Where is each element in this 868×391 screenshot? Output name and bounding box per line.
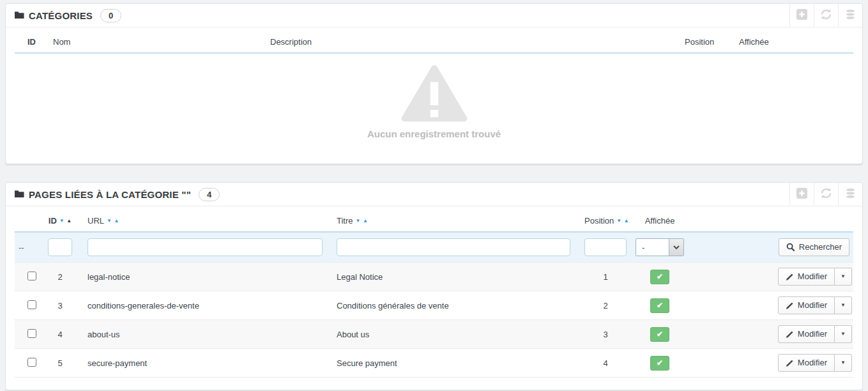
caret-down-icon: ▼ bbox=[841, 358, 846, 368]
refresh-button[interactable] bbox=[814, 183, 838, 206]
edit-button[interactable]: Modifier bbox=[778, 354, 835, 372]
check-icon: ✔ bbox=[657, 302, 663, 309]
filter-position-input[interactable] bbox=[584, 238, 627, 256]
categories-panel-heading: CATÉGORIES 0 bbox=[6, 4, 862, 27]
col-header-url-label[interactable]: URL bbox=[88, 216, 104, 226]
edit-button-label: Modifier bbox=[798, 272, 827, 282]
filter-displayed-select[interactable]: - bbox=[636, 238, 684, 256]
categories-table: ID Nom Description Position Affichée bbox=[15, 27, 853, 54]
col-header-position: Position bbox=[681, 27, 735, 53]
sort-desc-icon[interactable]: ▼ bbox=[59, 218, 65, 224]
sort-asc-icon[interactable]: ▲ bbox=[624, 218, 629, 224]
edit-button[interactable]: Modifier bbox=[778, 325, 835, 343]
col-header-actions bbox=[689, 206, 853, 232]
export-sql-button[interactable] bbox=[838, 183, 862, 206]
sort-asc-icon[interactable]: ▲ bbox=[114, 218, 119, 224]
row-actions-dropdown-button[interactable]: ▼ bbox=[835, 296, 852, 314]
empty-state: Aucun enregistrement trouvé bbox=[15, 54, 853, 139]
col-header-position-label[interactable]: Position bbox=[584, 216, 614, 226]
filter-title-input[interactable] bbox=[337, 238, 570, 256]
table-row: 5 secure-payment Secure payment 4 ✔ Modi… bbox=[15, 349, 853, 378]
edit-button[interactable]: Modifier bbox=[778, 296, 835, 314]
categories-table-wrap: ID Nom Description Position Affichée bbox=[6, 27, 862, 139]
cell-id: 5 bbox=[36, 349, 84, 378]
pages-table: ID▼ ▲ URL▼ ▲ Titre▼ ▲ Position▼ ▲ Affich… bbox=[15, 206, 853, 378]
cell-url: legal-notice bbox=[84, 263, 333, 291]
row-checkbox[interactable] bbox=[27, 358, 36, 367]
panel-title: PAGES LIÉES À LA CATÉGORIE "" bbox=[29, 189, 191, 200]
select-value: - bbox=[636, 239, 669, 256]
warning-triangle-icon bbox=[401, 115, 468, 125]
col-header-url: URL▼ ▲ bbox=[84, 206, 333, 232]
search-button[interactable]: Rechercher bbox=[779, 238, 849, 256]
col-header-position: Position▼ ▲ bbox=[581, 206, 630, 232]
cell-id: 3 bbox=[36, 291, 84, 320]
row-actions-dropdown-button[interactable]: ▼ bbox=[835, 268, 852, 286]
displayed-toggle-button[interactable]: ✔ bbox=[650, 356, 669, 371]
cell-title: Legal Notice bbox=[333, 263, 581, 291]
col-header-description: Description bbox=[266, 27, 681, 53]
export-sql-button[interactable] bbox=[838, 4, 862, 27]
displayed-toggle-button[interactable]: ✔ bbox=[650, 298, 669, 313]
col-header-title-label[interactable]: Titre bbox=[337, 216, 353, 226]
row-checkbox[interactable] bbox=[27, 300, 36, 309]
filter-url-input[interactable] bbox=[88, 238, 323, 256]
col-header-id: ID▼ ▲ bbox=[36, 206, 84, 232]
chevron-down-icon bbox=[669, 239, 683, 256]
col-header-displayed: Affichée bbox=[630, 206, 689, 232]
sort-asc-icon[interactable]: ▲ bbox=[363, 218, 368, 224]
row-actions: Modifier ▼ bbox=[778, 268, 852, 286]
add-page-button[interactable] bbox=[789, 183, 814, 206]
add-category-button[interactable] bbox=[789, 4, 814, 27]
pages-header-row: ID▼ ▲ URL▼ ▲ Titre▼ ▲ Position▼ ▲ Affich… bbox=[15, 206, 853, 232]
sort-desc-icon[interactable]: ▼ bbox=[616, 218, 621, 224]
col-header-id-label[interactable]: ID bbox=[49, 216, 57, 226]
caret-down-icon: ▼ bbox=[841, 272, 846, 282]
row-checkbox[interactable] bbox=[27, 272, 36, 280]
sort-asc-icon[interactable]: ▲ bbox=[66, 218, 72, 224]
check-icon: ✔ bbox=[657, 359, 663, 367]
cms-admin-page: CATÉGORIES 0 bbox=[0, 0, 868, 391]
displayed-toggle-button[interactable]: ✔ bbox=[650, 270, 669, 284]
cell-position: 4 bbox=[581, 349, 630, 378]
categories-header-row: ID Nom Description Position Affichée bbox=[15, 27, 853, 53]
cell-position: 2 bbox=[581, 291, 630, 320]
filter-id-input[interactable] bbox=[48, 238, 72, 256]
folder-icon bbox=[14, 189, 24, 200]
panel-toolbar bbox=[789, 4, 862, 27]
cell-title: About us bbox=[333, 320, 581, 349]
displayed-toggle-button[interactable]: ✔ bbox=[650, 327, 669, 342]
cell-title: Secure payment bbox=[333, 349, 581, 378]
table-row: 4 about-us About us 3 ✔ Modifier ▼ bbox=[15, 320, 853, 349]
search-icon bbox=[786, 243, 795, 252]
row-actions-dropdown-button[interactable]: ▼ bbox=[835, 325, 852, 343]
refresh-button[interactable] bbox=[814, 4, 838, 27]
pages-panel: PAGES LIÉES À LA CATÉGORIE "" 4 bbox=[5, 182, 863, 390]
col-header-displayed: Affichée bbox=[735, 27, 853, 53]
cell-url: secure-payment bbox=[84, 349, 333, 378]
pencil-icon bbox=[786, 359, 794, 367]
check-icon: ✔ bbox=[657, 330, 663, 338]
folder-icon bbox=[14, 10, 24, 21]
sort-desc-icon[interactable]: ▼ bbox=[356, 218, 361, 224]
database-icon bbox=[845, 188, 856, 201]
caret-down-icon: ▼ bbox=[841, 300, 846, 310]
refresh-icon bbox=[821, 188, 832, 201]
cell-title: Conditions générales de vente bbox=[333, 291, 581, 320]
filter-dash: -- bbox=[19, 243, 24, 252]
panel-title: CATÉGORIES bbox=[29, 10, 93, 21]
row-checkbox[interactable] bbox=[27, 329, 36, 338]
col-header-name: Nom bbox=[49, 27, 266, 53]
cell-id: 2 bbox=[36, 263, 84, 291]
sort-desc-icon[interactable]: ▼ bbox=[107, 218, 112, 224]
row-actions-dropdown-button[interactable]: ▼ bbox=[835, 354, 852, 372]
check-icon: ✔ bbox=[657, 273, 663, 280]
pages-count-badge: 4 bbox=[199, 188, 220, 201]
edit-button-label: Modifier bbox=[798, 300, 827, 310]
table-row: 2 legal-notice Legal Notice 1 ✔ Modifier bbox=[15, 263, 853, 291]
plus-square-icon bbox=[796, 9, 807, 22]
col-header-title: Titre▼ ▲ bbox=[333, 206, 581, 232]
filter-row: -- - bbox=[15, 232, 853, 263]
cell-url: conditions-generales-de-vente bbox=[84, 291, 333, 320]
edit-button[interactable]: Modifier bbox=[778, 268, 835, 286]
